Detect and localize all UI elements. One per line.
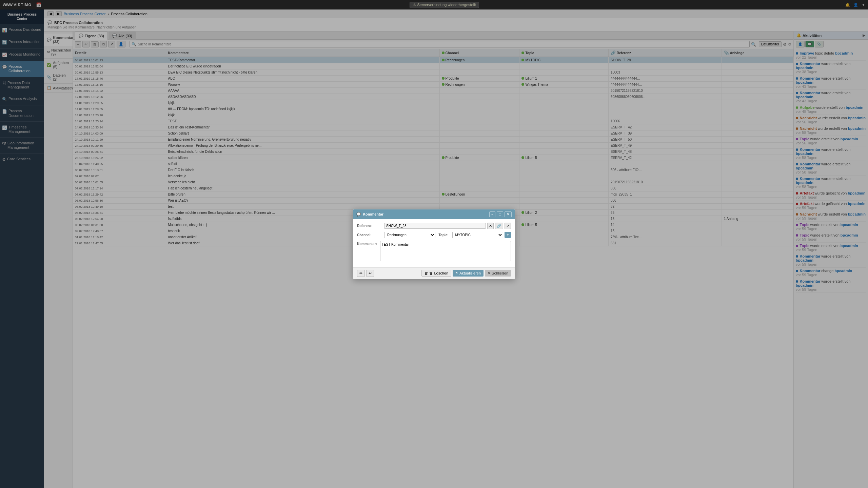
modal-edit-icon-btn[interactable]: ✏ xyxy=(357,270,365,277)
modal-ref-input[interactable] xyxy=(384,223,486,229)
modal-update-btn[interactable]: ↻ Aktualisieren xyxy=(453,270,484,277)
modal-ref-field: ✕ 🔗 ↗ xyxy=(384,223,511,229)
close-label: Schließen xyxy=(492,271,508,275)
modal-delete-btn[interactable]: 🗑 🗑 Löschen xyxy=(421,270,451,277)
modal-title-icon: 💬 xyxy=(356,212,361,217)
modal-channel-label: Channel: xyxy=(357,233,384,237)
modal-title-text: Kommentar xyxy=(363,212,383,216)
modal-ref-row: Referenz: ✕ 🔗 ↗ xyxy=(357,223,511,229)
modal-body: Referenz: ✕ 🔗 ↗ Channel: Rechnungen Topi… xyxy=(353,219,515,267)
modal-close-btn[interactable]: ✕ Schließen xyxy=(485,270,511,277)
modal-header: 💬 Kommentar − □ ✕ xyxy=(353,209,515,219)
update-label: Aktualisieren xyxy=(459,271,481,275)
delete-icon: 🗑 xyxy=(425,271,428,275)
modal-footer-right: 🗑 🗑 Löschen ↻ Aktualisieren ✕ Schließen xyxy=(421,270,511,277)
modal-controls: − □ ✕ xyxy=(489,211,512,217)
modal-title: 💬 Kommentar xyxy=(356,212,383,217)
delete-label: 🗑 Löschen xyxy=(429,271,448,275)
update-icon: ↻ xyxy=(455,271,458,276)
modal-maximize-btn[interactable]: □ xyxy=(497,211,503,217)
modal-ref-open-btn[interactable]: ↗ xyxy=(505,223,511,229)
close-icon: ✕ xyxy=(488,271,491,276)
modal-close-header-btn[interactable]: ✕ xyxy=(505,211,512,217)
modal-minimize-btn[interactable]: − xyxy=(489,211,495,217)
modal-overlay: 💬 Kommentar − □ ✕ Referenz: ✕ 🔗 ↗ xyxy=(0,0,868,488)
modal-comment-row: Kommentar: TEST-Kommentar xyxy=(357,241,511,261)
modal-footer-left: ✏ ↩ xyxy=(357,270,374,277)
modal-comment-textarea[interactable]: TEST-Kommentar xyxy=(380,241,511,261)
comment-modal: 💬 Kommentar − □ ✕ Referenz: ✕ 🔗 ↗ xyxy=(353,209,515,279)
modal-ref-label: Referenz: xyxy=(357,224,384,228)
modal-ref-clear-btn[interactable]: ✕ xyxy=(487,223,494,229)
modal-comment-label: Kommentar: xyxy=(357,242,380,246)
modal-channel-row: Channel: Rechnungen Topic: MYTOPIC + xyxy=(357,232,511,238)
modal-topic-select[interactable]: MYTOPIC xyxy=(452,232,504,238)
modal-undo-icon-btn[interactable]: ↩ xyxy=(366,270,374,277)
modal-channel-select[interactable]: Rechnungen xyxy=(384,232,435,238)
modal-footer: ✏ ↩ 🗑 🗑 Löschen ↻ Aktualisieren ✕ Schlie… xyxy=(353,267,515,279)
modal-ref-link-btn[interactable]: 🔗 xyxy=(495,223,503,229)
modal-topic-label: Topic: xyxy=(439,233,452,237)
modal-topic-add-btn[interactable]: + xyxy=(505,232,511,238)
